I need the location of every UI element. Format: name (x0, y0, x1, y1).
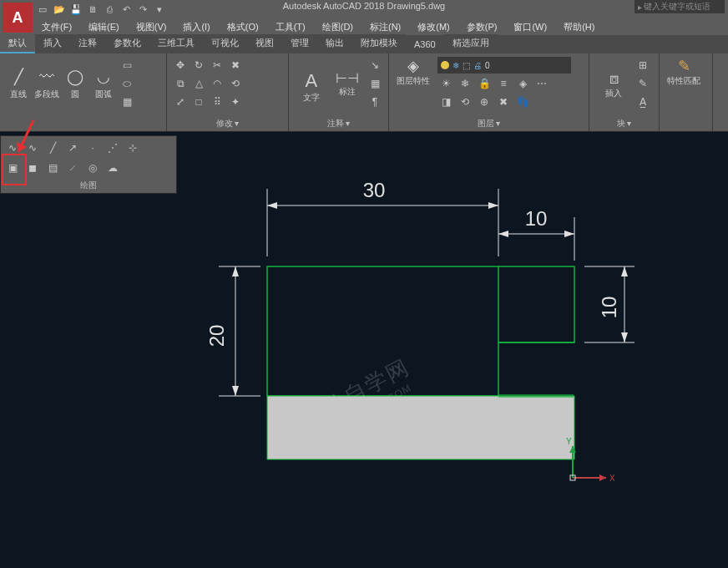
tool-donut[interactable]: ◎ (84, 160, 101, 176)
tool-measure[interactable]: ⊹ (124, 139, 141, 156)
tool-create-block[interactable]: ⊞ (634, 57, 651, 74)
tool-hatch[interactable]: ▦ (119, 94, 135, 110)
tool-line[interactable]: ╱直线 (5, 65, 32, 102)
svg-marker-14 (621, 266, 628, 276)
help-search-input[interactable]: ▸键入关键字或短语 (634, 0, 725, 13)
layer-merge[interactable]: ⊕ (476, 94, 493, 110)
ribbon-tab-visualize[interactable]: 可视化 (203, 34, 247, 53)
panel-label-block[interactable]: 块 ▾ (594, 116, 654, 131)
ribbon-tab-a360[interactable]: A360 (406, 37, 444, 53)
layer-state[interactable]: ◨ (437, 94, 454, 110)
layer-delete[interactable]: ✖ (495, 94, 512, 110)
ribbon-tab-parametric[interactable]: 参数化 (105, 34, 149, 53)
tool-match-properties[interactable]: ✎特性匹配 (665, 57, 703, 84)
tool-layer-properties[interactable]: ◈图层特性 (394, 57, 432, 84)
chevron-down-icon[interactable]: ▾ (152, 2, 167, 17)
ribbon-tab-addins[interactable]: 附加模块 (352, 34, 406, 53)
drawing-canvas[interactable]: 30 10 10 20 软件自学网WWW.RJZXW.COM X Y (0, 135, 728, 568)
menu-insert[interactable]: 插入(I) (176, 19, 216, 35)
tool-move[interactable]: ✥ (172, 57, 189, 74)
open-icon[interactable]: 📂 (52, 2, 67, 17)
tool-ray[interactable]: ↗ (64, 139, 81, 156)
tool-dimension[interactable]: ⊢⊣标注 (331, 70, 366, 97)
tool-circle[interactable]: ◯圆 (62, 65, 88, 102)
svg-marker-20 (232, 386, 239, 396)
layer-match[interactable]: ≡ (495, 75, 512, 92)
tool-mirror[interactable]: △ (190, 75, 207, 92)
ribbon-tab-insert[interactable]: 插入 (35, 34, 70, 53)
tool-explode[interactable]: ✦ (227, 94, 244, 110)
menu-help[interactable]: 帮助(H) (557, 19, 601, 35)
menu-format[interactable]: 格式(O) (220, 19, 265, 35)
panel-label-modify[interactable]: 修改 ▾ (172, 116, 283, 131)
menu-file[interactable]: 文件(F) (35, 19, 78, 35)
tool-table[interactable]: ▦ (367, 75, 383, 92)
menu-tools[interactable]: 工具(T) (269, 19, 312, 35)
tool-array[interactable]: ⠿ (209, 94, 225, 110)
layer-lock[interactable]: 🔒 (476, 75, 493, 92)
ribbon-tab-featured[interactable]: 精选应用 (444, 34, 498, 53)
tool-trim[interactable]: ✂ (209, 57, 225, 74)
layer-dropdown[interactable]: ❄⬚🖨0 (437, 57, 571, 74)
menu-window[interactable]: 窗口(W) (507, 19, 554, 35)
new-icon[interactable]: ▭ (35, 2, 50, 17)
layer-freeze[interactable]: ❄ (457, 75, 473, 92)
menu-view[interactable]: 视图(V) (129, 19, 174, 35)
layer-off[interactable]: ☀ (437, 75, 454, 92)
ribbon-tab-3dtools[interactable]: 三维工具 (149, 34, 203, 53)
menu-edit[interactable]: 编辑(E) (82, 19, 126, 35)
tool-divide[interactable]: ⋰ (104, 139, 121, 156)
tool-revcloud[interactable]: ☁ (104, 160, 121, 176)
saveas-icon[interactable]: 🗎 (85, 2, 100, 17)
ribbon-tab-manage[interactable]: 管理 (282, 34, 317, 53)
tool-ellipse[interactable]: ⬭ (119, 75, 135, 92)
ribbon-tab-annotate[interactable]: 注释 (70, 34, 105, 53)
tool-arc[interactable]: ◡圆弧 (90, 65, 117, 102)
panel-label-annotate[interactable]: 注释 ▾ (294, 116, 383, 131)
menu-parametric[interactable]: 参数(P) (460, 19, 504, 35)
tool-offset[interactable]: ⟲ (227, 75, 244, 92)
tool-copy[interactable]: ⧉ (172, 75, 189, 92)
tool-wipeout[interactable]: ▤ (44, 160, 61, 176)
tool-point[interactable]: · (84, 139, 101, 156)
tool-insert-block[interactable]: ⧈插入 (594, 70, 633, 97)
tool-solid[interactable]: ◼ (24, 160, 41, 176)
layer-iso[interactable]: ◈ (514, 75, 531, 92)
tool-rectangle[interactable]: ▭ (119, 57, 135, 74)
ribbon-tab-output[interactable]: 输出 (317, 34, 352, 53)
ribbon-panel-properties: ✎特性匹配 (660, 53, 713, 131)
tool-leader[interactable]: ↘ (367, 57, 383, 74)
tool-attr[interactable]: A̲ (634, 94, 651, 110)
svg-marker-10 (564, 231, 574, 237)
redo-icon[interactable]: ↷ (135, 2, 150, 17)
drawing-svg: 30 10 10 20 (0, 135, 728, 568)
tool-rotate[interactable]: ↻ (190, 57, 207, 74)
tool-erase[interactable]: ✖ (227, 57, 244, 74)
menu-modify[interactable]: 修改(M) (411, 19, 457, 35)
tool-edit-block[interactable]: ✎ (634, 75, 651, 92)
layer-more[interactable]: ⋯ (533, 75, 550, 92)
undo-icon[interactable]: ↶ (119, 2, 134, 17)
tool-scale[interactable]: □ (190, 94, 207, 110)
menu-dimension[interactable]: 标注(N) (363, 19, 407, 35)
tool-fillet[interactable]: ◠ (209, 75, 225, 92)
tool-mtext[interactable]: ¶ (367, 94, 383, 110)
highlight-arrow-icon (15, 119, 38, 157)
panel-label-layer[interactable]: 图层 ▾ (394, 116, 584, 131)
tool-xline[interactable]: ╱ (44, 139, 61, 156)
menu-draw[interactable]: 绘图(D) (316, 19, 360, 35)
tool-text[interactable]: A文字 (294, 70, 329, 97)
ribbon-tab-default[interactable]: 默认 (0, 34, 35, 53)
plot-icon[interactable]: ⎙ (102, 2, 117, 17)
tool-stretch[interactable]: ⤢ (172, 94, 189, 110)
highlight-callout-box (2, 154, 27, 185)
app-menu-button[interactable]: A (3, 3, 33, 33)
layer-prev[interactable]: ⟲ (457, 94, 473, 110)
layer-walk[interactable]: 👣 (514, 94, 531, 110)
save-icon[interactable]: 💾 (68, 2, 83, 17)
tool-polyline[interactable]: 〰多段线 (33, 65, 60, 102)
svg-text:Y: Y (566, 437, 572, 446)
ribbon-panel-annotate: A文字 ⊢⊣标注 ↘▦¶ 注释 ▾ (289, 53, 389, 131)
ribbon-tab-view[interactable]: 视图 (247, 34, 282, 53)
tool-3dpoly[interactable]: ⟋ (64, 160, 81, 176)
